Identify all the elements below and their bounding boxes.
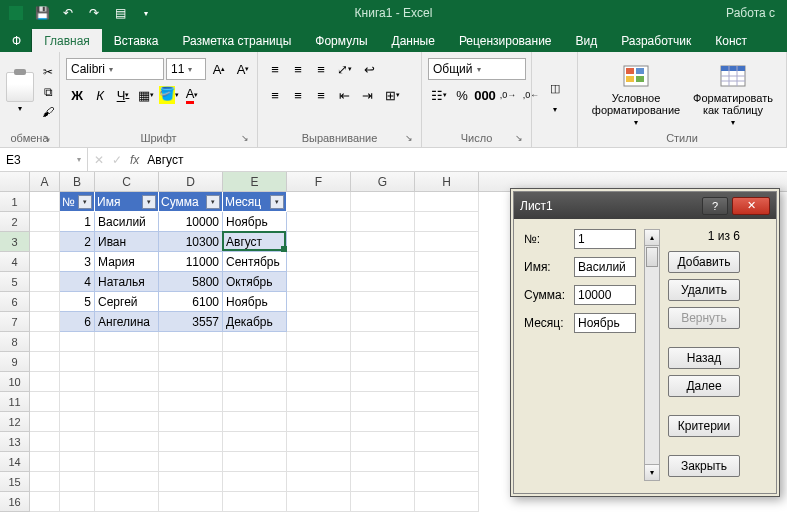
cell[interactable]: 5 <box>60 292 95 312</box>
cell[interactable] <box>95 332 159 352</box>
cell[interactable] <box>159 352 223 372</box>
cell[interactable] <box>223 412 287 432</box>
cell[interactable]: Василий <box>95 212 159 232</box>
cell[interactable] <box>351 212 415 232</box>
cell[interactable] <box>287 232 351 252</box>
launcher-icon[interactable]: ↘ <box>513 133 525 145</box>
cell[interactable] <box>30 192 60 212</box>
decrease-font-icon[interactable]: A▾ <box>232 58 254 80</box>
cell[interactable] <box>159 392 223 412</box>
cell[interactable] <box>223 472 287 492</box>
cell[interactable]: 10000 <box>159 212 223 232</box>
cell[interactable] <box>287 392 351 412</box>
align-bottom-icon[interactable]: ≡ <box>310 58 332 80</box>
row-header[interactable]: 1 <box>0 192 30 212</box>
cell[interactable] <box>30 232 60 252</box>
cell[interactable] <box>159 472 223 492</box>
cell[interactable] <box>60 432 95 452</box>
cell[interactable]: 2 <box>60 232 95 252</box>
prev-button[interactable]: Назад <box>668 347 740 369</box>
col-header[interactable]: C <box>95 172 159 191</box>
cell[interactable] <box>223 392 287 412</box>
cell[interactable]: Ноябрь <box>223 292 287 312</box>
borders-icon[interactable]: ▦▾ <box>135 84 157 106</box>
cell[interactable] <box>223 372 287 392</box>
cell[interactable] <box>287 492 351 512</box>
cell[interactable] <box>287 292 351 312</box>
cell[interactable]: №▾ <box>60 192 95 212</box>
tab-data[interactable]: Данные <box>380 29 447 52</box>
cell[interactable] <box>287 332 351 352</box>
cell[interactable]: 6 <box>60 312 95 332</box>
cell[interactable] <box>415 232 479 252</box>
cell[interactable]: 1 <box>60 212 95 232</box>
font-name-combo[interactable]: Calibri▾ <box>66 58 164 80</box>
increase-font-icon[interactable]: A▴ <box>208 58 230 80</box>
bold-button[interactable]: Ж <box>66 84 88 106</box>
cell[interactable] <box>60 412 95 432</box>
fx-icon[interactable]: fx <box>130 153 139 167</box>
cell[interactable] <box>60 392 95 412</box>
number-format-combo[interactable]: Общий▾ <box>428 58 526 80</box>
cell[interactable]: Имя▾ <box>95 192 159 212</box>
add-button[interactable]: Добавить <box>668 251 740 273</box>
cell[interactable]: Сумма▾ <box>159 192 223 212</box>
tab-review[interactable]: Рецензирование <box>447 29 564 52</box>
orientation-icon[interactable]: ⤢▾ <box>333 58 355 80</box>
cell[interactable] <box>287 372 351 392</box>
formula-input[interactable] <box>147 153 781 167</box>
cell[interactable] <box>287 192 351 212</box>
accounting-icon[interactable]: ☷▾ <box>428 84 450 106</box>
wrap-text-icon[interactable]: ↩ <box>356 58 382 80</box>
cell[interactable] <box>351 312 415 332</box>
cell[interactable] <box>351 252 415 272</box>
cell[interactable]: Мария <box>95 252 159 272</box>
filter-icon[interactable]: ▾ <box>142 195 156 209</box>
row-header[interactable]: 6 <box>0 292 30 312</box>
cell[interactable] <box>30 212 60 232</box>
cell[interactable] <box>287 412 351 432</box>
cell[interactable]: 4 <box>60 272 95 292</box>
cell[interactable]: 3 <box>60 252 95 272</box>
cell[interactable] <box>351 272 415 292</box>
increase-decimal-icon[interactable]: ,0→ <box>497 84 519 106</box>
tab-home[interactable]: Главная <box>32 29 102 52</box>
cell[interactable] <box>30 452 60 472</box>
cell[interactable] <box>351 292 415 312</box>
font-size-combo[interactable]: 11▾ <box>166 58 206 80</box>
row-header[interactable]: 14 <box>0 452 30 472</box>
format-painter-icon[interactable]: 🖌 <box>38 103 58 121</box>
cell[interactable] <box>415 352 479 372</box>
cell[interactable]: Сентябрь <box>223 252 287 272</box>
fill-color-icon[interactable]: 🪣▾ <box>158 84 180 106</box>
scroll-thumb[interactable] <box>646 247 658 267</box>
cell[interactable] <box>159 492 223 512</box>
cell[interactable] <box>351 232 415 252</box>
align-left-icon[interactable]: ≡ <box>264 84 286 106</box>
excel-icon[interactable] <box>4 3 28 23</box>
cell[interactable] <box>60 332 95 352</box>
cell[interactable] <box>415 212 479 232</box>
cancel-formula-icon[interactable]: ✕ <box>94 153 104 167</box>
align-right-icon[interactable]: ≡ <box>310 84 332 106</box>
cell[interactable]: Ноябрь <box>223 212 287 232</box>
row-header[interactable]: 13 <box>0 432 30 452</box>
col-header[interactable]: H <box>415 172 479 191</box>
cell[interactable] <box>30 292 60 312</box>
filter-icon[interactable]: ▾ <box>78 195 92 209</box>
cell[interactable] <box>30 392 60 412</box>
cell[interactable]: Месяц▾ <box>223 192 287 212</box>
dialog-close-button[interactable]: ✕ <box>732 197 770 215</box>
cell[interactable] <box>30 372 60 392</box>
col-header[interactable]: F <box>287 172 351 191</box>
percent-icon[interactable]: % <box>451 84 473 106</box>
save-icon[interactable]: 💾 <box>30 3 54 23</box>
cell[interactable] <box>30 432 60 452</box>
cell[interactable]: Декабрь <box>223 312 287 332</box>
criteria-button[interactable]: Критерии <box>668 415 740 437</box>
cell[interactable] <box>351 392 415 412</box>
cell[interactable] <box>223 352 287 372</box>
cell[interactable] <box>95 412 159 432</box>
cell[interactable] <box>30 472 60 492</box>
cell[interactable] <box>415 372 479 392</box>
